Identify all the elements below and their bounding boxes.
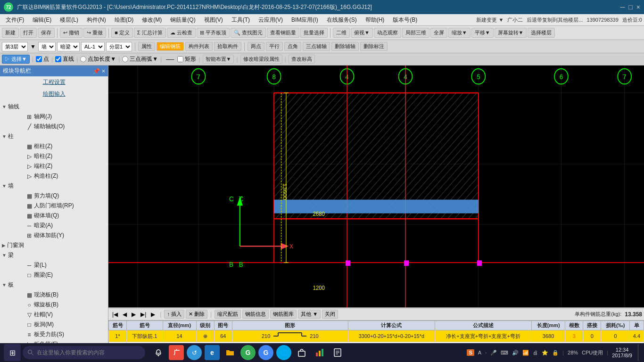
save-btn[interactable]: 保存	[38, 28, 55, 38]
rotate-btn[interactable]: 屏幕旋转▼	[495, 28, 527, 38]
window-controls[interactable]: ─ □ ×	[620, 3, 640, 11]
rebar-info-btn[interactable]: 钢筋信息	[242, 310, 269, 319]
sidebar-item-slab-rebar[interactable]: ≡ 板受力筋(S)	[9, 329, 108, 339]
nav-next[interactable]: ▶	[130, 311, 138, 318]
nav-prev[interactable]: ◀	[121, 311, 129, 318]
menu-version[interactable]: 版本号(B)	[389, 15, 421, 25]
nav-first[interactable]: |◀	[110, 311, 120, 318]
floor-selector[interactable]: 第3层	[2, 42, 28, 51]
sidebar-item-shear-wall[interactable]: ▦ 剪力墙(Q)	[9, 191, 108, 201]
menu-help[interactable]: 帮助(H)	[362, 15, 388, 25]
menu-floor[interactable]: 楼层(L)	[56, 15, 82, 25]
taskbar-app-ggj[interactable]: 广	[169, 345, 184, 360]
top-view-btn[interactable]: 俯视▼	[351, 28, 373, 38]
smart-layout-btn[interactable]: 智能布置▼	[203, 55, 234, 64]
project-setup-link[interactable]: 工程设置	[0, 76, 108, 88]
three-point-axis-btn[interactable]: 三点辅轴	[303, 42, 330, 51]
view-2d-btn[interactable]: 二维	[333, 28, 350, 38]
sidebar-item-main-beam[interactable]: ─ 梁(L)	[9, 260, 108, 270]
open-btn[interactable]: 打开	[20, 28, 37, 38]
menu-tools[interactable]: 工具(T)	[228, 15, 254, 25]
sidebar-item-frame-col[interactable]: ▦ 框柱(Z)	[9, 141, 108, 151]
align-slab-btn[interactable]: ⊞ 平齐板顶	[197, 28, 230, 38]
taskbar-app-g2[interactable]: G	[258, 345, 273, 360]
sidebar-item-spiral-slab[interactable]: ○ 螺旋板(B)	[9, 300, 108, 310]
cad-canvas-area[interactable]: 7 8 4 4 5 6 7	[108, 66, 644, 350]
undo-btn[interactable]: ↩ 撤销	[60, 28, 83, 38]
close-panel-btn[interactable]: 关闭	[322, 310, 338, 319]
tray-dot[interactable]: ·	[485, 350, 487, 355]
others-btn[interactable]: 其他 ▼	[298, 310, 321, 319]
menu-file[interactable]: 文件(F)	[2, 15, 28, 25]
menu-bim[interactable]: BIM应用(I)	[288, 15, 322, 25]
menu-rebar-qty[interactable]: 钢筋量(Q)	[166, 15, 199, 25]
menu-online[interactable]: 在线服务(S)	[323, 15, 361, 25]
sidebar-item-end-col[interactable]: ▷ 端柱(Z)	[9, 161, 108, 171]
new-btn[interactable]: 新建	[2, 28, 19, 38]
sidebar-pin-icon[interactable]: 📌	[93, 68, 100, 74]
close-button[interactable]: ×	[636, 3, 640, 11]
select-tool-btn[interactable]: ▷ 选择▼	[2, 55, 30, 64]
sidebar-item-axis[interactable]: ▼ 轴线	[0, 102, 108, 112]
sidebar-item-hidden-beam[interactable]: ─ 暗梁(A)	[9, 221, 108, 230]
del-annotation-btn[interactable]: 删除标注	[360, 42, 388, 51]
insert-btn[interactable]: ↑ 插入	[164, 310, 184, 319]
taskbar-app-update[interactable]: ↺	[187, 345, 202, 360]
modify-darkliang-btn[interactable]: 修改暗梁段属性	[240, 55, 282, 64]
sidebar-item-struct-col[interactable]: ▷ 构造柱(Z)	[9, 171, 108, 181]
new-change-btn[interactable]: 新建变更 ▼	[476, 16, 504, 24]
tray-network-icon[interactable]: 📶	[522, 350, 529, 356]
line-check[interactable]	[55, 56, 61, 62]
sidebar-item-masonry-rebar[interactable]: ⊞ 砌体加筋(Y)	[9, 230, 108, 240]
element-name-selector[interactable]: AL-1	[81, 42, 105, 51]
define-btn[interactable]: ■ 定义	[111, 28, 133, 38]
point-angle-btn[interactable]: 点角	[284, 42, 301, 51]
parallel-btn[interactable]: 平行	[266, 42, 283, 51]
view-rebar-btn[interactable]: 查看钢筋量	[267, 28, 299, 38]
drawing-input-link[interactable]: 绘图输入	[0, 88, 108, 100]
sidebar-close-icon[interactable]: ×	[102, 68, 105, 74]
change-height-btn[interactable]: 查改标高	[289, 55, 315, 64]
fullscreen-btn[interactable]: 全屏	[430, 28, 447, 38]
sidebar-item-cast-slab[interactable]: ▦ 现浇板(B)	[9, 290, 108, 300]
sidebar-item-hidden-col[interactable]: ▷ 暗柱(Z)	[9, 151, 108, 161]
batch-select-btn[interactable]: 批量选择	[300, 28, 328, 38]
tray-keyboard-icon[interactable]: ⌨	[501, 350, 508, 356]
nav-play[interactable]: ▶	[149, 311, 157, 318]
sidebar-item-ring-beam[interactable]: □ 圈梁(E)	[9, 270, 108, 280]
search-bar[interactable]: 在这里输入你要搜索的内容	[23, 346, 145, 359]
tray-lock-icon[interactable]: 🔒	[552, 350, 559, 356]
edit-rebar-btn[interactable]: 编辑钢筋	[157, 42, 184, 51]
start-button[interactable]: ⊞	[4, 344, 21, 361]
element-type-selector[interactable]: 墙	[38, 42, 56, 51]
element-subtype-selector[interactable]: 暗梁	[57, 42, 80, 51]
taskbar-app-globe[interactable]: 🌐	[276, 345, 291, 360]
pick-element-btn[interactable]: 拾取构件	[214, 42, 241, 51]
sidebar-item-slab-opening[interactable]: □ 板洞(M)	[9, 320, 108, 329]
taskbar-app-ie[interactable]: e	[205, 345, 220, 360]
partial-3d-btn[interactable]: 局部三维	[402, 28, 429, 38]
find-elem-btn[interactable]: 🔍 查找图元	[231, 28, 266, 38]
taskbar-app-folder[interactable]	[223, 345, 238, 360]
floor-select-btn[interactable]: 选择楼层	[528, 28, 555, 38]
sidebar-item-masonry-wall[interactable]: ▦ 砌体墙(Q)	[9, 211, 108, 221]
redo-btn[interactable]: ↪ 重做	[83, 28, 106, 38]
zoom-btn[interactable]: 缩放▼	[448, 28, 471, 38]
minimize-button[interactable]: ─	[620, 3, 625, 11]
tray-s-icon[interactable]: S	[467, 349, 474, 356]
menu-element[interactable]: 构件(N)	[83, 15, 110, 25]
two-point-btn[interactable]: 两点	[248, 42, 264, 51]
rebar-library-btn[interactable]: 钢筋图库	[270, 310, 297, 319]
rect-check[interactable]	[177, 56, 183, 62]
sidebar-item-wall[interactable]: ▼ 墙	[0, 181, 108, 191]
sidebar-item-slab[interactable]: ▼ 板	[0, 280, 108, 290]
tray-mic-icon[interactable]: 🎤	[490, 350, 497, 356]
taskbar-app-g1[interactable]: G	[240, 345, 256, 360]
menu-modify[interactable]: 修改(M)	[138, 15, 165, 25]
menu-edit[interactable]: 编辑(E)	[29, 15, 55, 25]
element-list-btn[interactable]: 构件列表	[185, 42, 213, 51]
three-point-arc-radio[interactable]	[122, 56, 128, 62]
delete-btn[interactable]: ✕ 删除	[186, 310, 207, 319]
sidebar-item-aux-axis[interactable]: ╱ 辅助轴线(O)	[9, 122, 108, 132]
menu-view[interactable]: 视图(V)	[200, 15, 227, 25]
